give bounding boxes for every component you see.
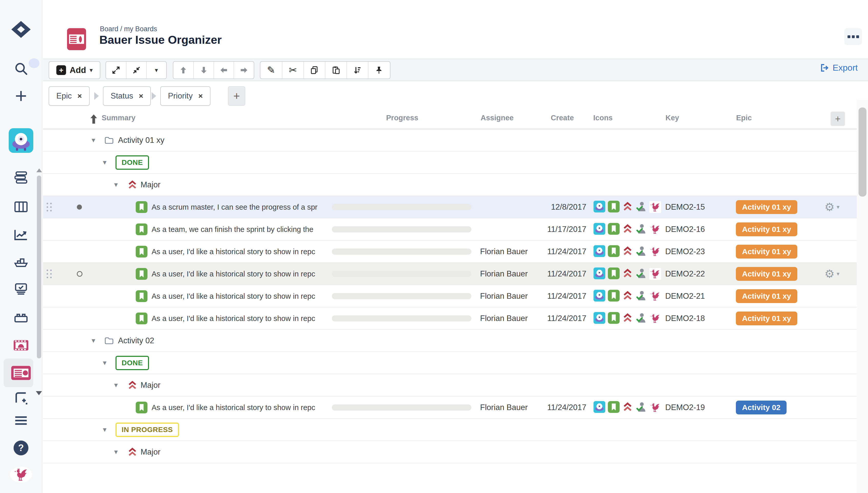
issue-key[interactable]: DEMO2-18: [665, 314, 705, 323]
filter-chip-priority[interactable]: Priority ×: [160, 86, 210, 106]
media-film-icon[interactable]: [0, 338, 42, 353]
priority-row[interactable]: ▼Major: [43, 374, 857, 396]
create-plus-icon[interactable]: [0, 87, 42, 105]
sort-asc-icon[interactable]: [90, 114, 98, 124]
issue-key[interactable]: DEMO2-21: [665, 292, 705, 301]
expand-all-button[interactable]: [106, 62, 126, 79]
issue-summary[interactable]: As a user, I'd like a historical story t…: [152, 292, 332, 300]
epic-badge[interactable]: Activity 01 xy: [736, 200, 797, 214]
filter-chip-epic[interactable]: Epic ×: [49, 86, 90, 106]
board-columns-icon[interactable]: [0, 199, 42, 215]
menu-hamburger-icon[interactable]: [0, 413, 42, 428]
priority-row[interactable]: ▼Major: [43, 174, 857, 196]
issue-summary[interactable]: As a scrum master, I can see the progres…: [152, 203, 332, 211]
status-row[interactable]: ▼DONE: [43, 152, 857, 174]
col-header-icons[interactable]: Icons: [593, 114, 613, 122]
breadcrumb[interactable]: Board / my Boards: [100, 25, 157, 33]
move-up-button[interactable]: [173, 62, 193, 79]
issue-summary[interactable]: As a user, I'd like a historical story t…: [152, 314, 332, 323]
more-actions-button[interactable]: [844, 28, 862, 45]
drag-handle-icon[interactable]: [47, 270, 52, 278]
rooster-app-icon[interactable]: [0, 466, 42, 483]
status-row[interactable]: ▼DONE: [43, 352, 857, 374]
epic-badge[interactable]: Activity 01 xy: [736, 289, 797, 303]
issue-row[interactable]: As a scrum master, I can see the progres…: [43, 196, 857, 218]
issue-row[interactable]: As a team, we can finish the sprint by c…: [43, 218, 857, 241]
issue-row[interactable]: As a user, I'd like a historical story t…: [43, 263, 857, 285]
remove-filter-icon[interactable]: ×: [77, 92, 82, 100]
sidebar-scrollbar-thumb[interactable]: [37, 176, 41, 358]
move-right-button[interactable]: [234, 62, 254, 79]
reports-chart-icon[interactable]: [0, 227, 42, 242]
issue-summary[interactable]: As a user, I'd like a historical story t…: [152, 403, 332, 412]
row-settings-button[interactable]: ⚙▾: [824, 268, 840, 280]
issue-key[interactable]: DEMO2-22: [665, 269, 705, 278]
collapse-all-button[interactable]: [126, 62, 146, 79]
issue-row[interactable]: As a user, I'd like a historical story t…: [43, 285, 857, 307]
move-left-button[interactable]: [214, 62, 234, 79]
copy-button[interactable]: [303, 62, 325, 79]
table-scrollbar-thumb[interactable]: [859, 108, 866, 197]
issue-row[interactable]: As a user, I'd like a historical story t…: [43, 396, 857, 419]
backlog-stack-icon[interactable]: [0, 169, 42, 186]
col-header-assignee[interactable]: Assignee: [481, 114, 514, 122]
issue-summary[interactable]: As a user, I'd like a historical story t…: [152, 270, 332, 278]
priority-row[interactable]: ▼Major: [43, 441, 857, 463]
search-icon[interactable]: [0, 60, 42, 78]
remove-filter-icon[interactable]: ×: [198, 92, 203, 100]
issue-organizer-board-icon[interactable]: [0, 363, 42, 383]
col-header-create[interactable]: Create: [551, 114, 574, 122]
epic-badge[interactable]: Activity 01 xy: [736, 222, 797, 236]
expander-icon[interactable]: ▼: [102, 359, 108, 367]
epic-badge[interactable]: Activity 02: [736, 401, 787, 414]
epic-badge[interactable]: Activity 01 xy: [736, 267, 797, 281]
move-down-button[interactable]: [193, 62, 214, 79]
col-header-epic[interactable]: Epic: [736, 114, 752, 122]
issue-row[interactable]: As a user, I'd like a historical story t…: [43, 241, 857, 263]
table-scrollbar[interactable]: [857, 100, 868, 493]
expander-icon[interactable]: ▼: [113, 448, 119, 456]
issue-key[interactable]: DEMO2-23: [665, 247, 705, 256]
group-row[interactable]: ▼Activity 02: [43, 330, 857, 352]
epic-badge[interactable]: Activity 01 xy: [736, 312, 797, 325]
help-icon[interactable]: ?: [0, 440, 42, 456]
remove-filter-icon[interactable]: ×: [139, 92, 143, 100]
drag-handle-icon[interactable]: [47, 203, 52, 211]
col-header-key[interactable]: Key: [665, 114, 679, 122]
expander-icon[interactable]: ▼: [90, 337, 97, 344]
expander-icon[interactable]: ▼: [113, 181, 119, 188]
expander-icon[interactable]: ▼: [102, 159, 108, 166]
expander-icon[interactable]: ▼: [113, 382, 119, 389]
pin-button[interactable]: [368, 62, 389, 79]
col-header-summary[interactable]: Summary: [102, 114, 135, 122]
paste-button[interactable]: [325, 62, 346, 79]
issue-row[interactable]: As a user, I'd like a historical story t…: [43, 307, 857, 330]
expander-icon[interactable]: ▼: [90, 137, 97, 144]
export-button[interactable]: Export: [819, 63, 858, 73]
test-monitor-check-icon[interactable]: [0, 281, 42, 297]
component-brick-icon[interactable]: [0, 311, 42, 325]
sidebar-scroll-up-icon[interactable]: [36, 168, 42, 172]
edit-pencil-button[interactable]: ✎: [260, 62, 282, 79]
sort-button[interactable]: [346, 62, 368, 79]
expander-icon[interactable]: ▼: [102, 426, 108, 433]
filter-chip-status[interactable]: Status ×: [103, 86, 151, 106]
add-column-button[interactable]: +: [831, 112, 845, 126]
col-header-progress[interactable]: Progress: [386, 114, 418, 122]
row-settings-button[interactable]: ⚙▾: [824, 201, 840, 213]
issue-key[interactable]: DEMO2-16: [665, 225, 705, 234]
group-row[interactable]: ▼Activity 01 xy: [43, 129, 857, 152]
releases-ship-icon[interactable]: [0, 254, 42, 270]
add-filter-button[interactable]: +: [228, 86, 245, 106]
issue-summary[interactable]: As a user, I'd like a historical story t…: [152, 247, 332, 256]
status-row[interactable]: ▼IN PROGRESS: [43, 419, 857, 441]
project-avatar[interactable]: [0, 128, 42, 153]
issue-key[interactable]: DEMO2-15: [665, 202, 705, 212]
issue-summary[interactable]: As a team, we can finish the sprint by c…: [152, 225, 332, 233]
epic-badge[interactable]: Activity 01 xy: [736, 245, 797, 259]
expand-level-caret-button[interactable]: ▾: [146, 62, 166, 79]
issue-key[interactable]: DEMO2-19: [665, 403, 705, 412]
add-button[interactable]: + Add ▾: [49, 61, 100, 79]
cut-scissors-button[interactable]: ✂: [282, 62, 303, 79]
sidebar-scroll-down-icon[interactable]: [36, 391, 42, 395]
